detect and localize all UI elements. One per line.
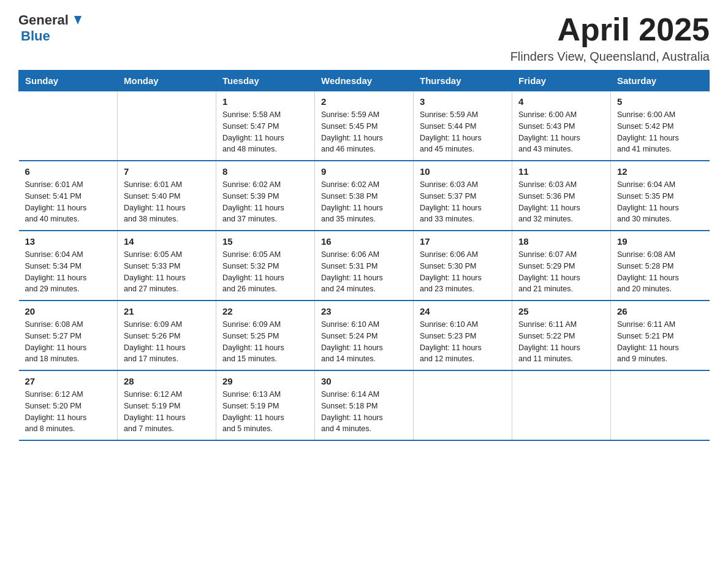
- page-header: General Blue April 2025 Flinders View, Q…: [18, 12, 710, 64]
- day-number: 1: [222, 96, 308, 107]
- day-info: Sunrise: 5:58 AM Sunset: 5:47 PM Dayligh…: [222, 109, 308, 155]
- calendar-cell: 15Sunrise: 6:05 AM Sunset: 5:32 PM Dayli…: [216, 231, 315, 301]
- header-right: April 2025 Flinders View, Queensland, Au…: [510, 12, 710, 64]
- calendar-header: SundayMondayTuesdayWednesdayThursdayFrid…: [19, 71, 710, 91]
- day-number: 11: [518, 166, 604, 177]
- calendar-cell: 17Sunrise: 6:06 AM Sunset: 5:30 PM Dayli…: [414, 231, 512, 301]
- day-info: Sunrise: 6:10 AM Sunset: 5:23 PM Dayligh…: [420, 319, 506, 365]
- calendar-cell: 7Sunrise: 6:01 AM Sunset: 5:40 PM Daylig…: [118, 161, 216, 231]
- calendar-cell: 27Sunrise: 6:12 AM Sunset: 5:20 PM Dayli…: [19, 370, 118, 440]
- calendar-cell: 10Sunrise: 6:03 AM Sunset: 5:37 PM Dayli…: [414, 161, 512, 231]
- day-number: 16: [321, 236, 407, 247]
- calendar-week-row: 6Sunrise: 6:01 AM Sunset: 5:41 PM Daylig…: [19, 161, 710, 231]
- day-number: 27: [25, 376, 112, 386]
- logo-blue-text: Blue: [21, 28, 50, 44]
- calendar-week-row: 20Sunrise: 6:08 AM Sunset: 5:27 PM Dayli…: [19, 301, 710, 370]
- calendar-cell: 20Sunrise: 6:08 AM Sunset: 5:27 PM Dayli…: [19, 301, 118, 370]
- day-info: Sunrise: 6:05 AM Sunset: 5:32 PM Dayligh…: [222, 249, 308, 295]
- weekday-header-monday: Monday: [118, 71, 216, 91]
- day-number: 10: [420, 166, 506, 177]
- day-number: 12: [617, 166, 703, 177]
- weekday-header-thursday: Thursday: [414, 71, 512, 91]
- day-info: Sunrise: 6:12 AM Sunset: 5:19 PM Dayligh…: [124, 389, 210, 435]
- day-number: 2: [321, 96, 407, 107]
- calendar-week-row: 13Sunrise: 6:04 AM Sunset: 5:34 PM Dayli…: [19, 231, 710, 301]
- calendar-cell: 8Sunrise: 6:02 AM Sunset: 5:39 PM Daylig…: [216, 161, 315, 231]
- calendar-cell: 26Sunrise: 6:11 AM Sunset: 5:21 PM Dayli…: [611, 301, 710, 370]
- day-number: 5: [617, 96, 703, 107]
- calendar-cell: 16Sunrise: 6:06 AM Sunset: 5:31 PM Dayli…: [315, 231, 414, 301]
- logo-general-text: General: [18, 12, 69, 28]
- calendar-cell: 22Sunrise: 6:09 AM Sunset: 5:25 PM Dayli…: [216, 301, 315, 370]
- day-info: Sunrise: 6:00 AM Sunset: 5:43 PM Dayligh…: [518, 109, 604, 155]
- day-info: Sunrise: 6:04 AM Sunset: 5:34 PM Dayligh…: [25, 249, 112, 295]
- calendar-cell: [19, 91, 118, 161]
- calendar-cell: 2Sunrise: 5:59 AM Sunset: 5:45 PM Daylig…: [315, 91, 414, 161]
- day-info: Sunrise: 6:14 AM Sunset: 5:18 PM Dayligh…: [321, 389, 407, 435]
- day-number: 30: [321, 376, 407, 386]
- day-info: Sunrise: 6:11 AM Sunset: 5:21 PM Dayligh…: [617, 319, 703, 365]
- calendar-cell: 1Sunrise: 5:58 AM Sunset: 5:47 PM Daylig…: [216, 91, 315, 161]
- calendar-cell: 19Sunrise: 6:08 AM Sunset: 5:28 PM Dayli…: [611, 231, 710, 301]
- day-info: Sunrise: 6:12 AM Sunset: 5:20 PM Dayligh…: [25, 389, 112, 435]
- calendar-cell: 24Sunrise: 6:10 AM Sunset: 5:23 PM Dayli…: [414, 301, 512, 370]
- calendar-cell: 29Sunrise: 6:13 AM Sunset: 5:19 PM Dayli…: [216, 370, 315, 440]
- day-number: 9: [321, 166, 407, 177]
- calendar-cell: 14Sunrise: 6:05 AM Sunset: 5:33 PM Dayli…: [118, 231, 216, 301]
- logo: General Blue: [18, 12, 85, 44]
- day-number: 7: [124, 166, 210, 177]
- calendar-cell: 28Sunrise: 6:12 AM Sunset: 5:19 PM Dayli…: [118, 370, 216, 440]
- calendar-week-row: 1Sunrise: 5:58 AM Sunset: 5:47 PM Daylig…: [19, 91, 710, 161]
- calendar-cell: 4Sunrise: 6:00 AM Sunset: 5:43 PM Daylig…: [512, 91, 611, 161]
- day-info: Sunrise: 6:03 AM Sunset: 5:37 PM Dayligh…: [420, 179, 506, 225]
- weekday-header-tuesday: Tuesday: [216, 71, 315, 91]
- calendar-cell: [118, 91, 216, 161]
- day-info: Sunrise: 5:59 AM Sunset: 5:44 PM Dayligh…: [420, 109, 506, 155]
- day-info: Sunrise: 6:13 AM Sunset: 5:19 PM Dayligh…: [222, 389, 308, 435]
- day-info: Sunrise: 6:05 AM Sunset: 5:33 PM Dayligh…: [124, 249, 210, 295]
- calendar-cell: 30Sunrise: 6:14 AM Sunset: 5:18 PM Dayli…: [315, 370, 414, 440]
- day-info: Sunrise: 6:02 AM Sunset: 5:39 PM Dayligh…: [222, 179, 308, 225]
- day-info: Sunrise: 6:06 AM Sunset: 5:30 PM Dayligh…: [420, 249, 506, 295]
- day-info: Sunrise: 6:03 AM Sunset: 5:36 PM Dayligh…: [518, 179, 604, 225]
- calendar-cell: 12Sunrise: 6:04 AM Sunset: 5:35 PM Dayli…: [611, 161, 710, 231]
- calendar-table: SundayMondayTuesdayWednesdayThursdayFrid…: [18, 70, 710, 441]
- weekday-header-row: SundayMondayTuesdayWednesdayThursdayFrid…: [19, 71, 710, 91]
- weekday-header-wednesday: Wednesday: [315, 71, 414, 91]
- day-info: Sunrise: 6:01 AM Sunset: 5:41 PM Dayligh…: [25, 179, 112, 225]
- calendar-cell: 18Sunrise: 6:07 AM Sunset: 5:29 PM Dayli…: [512, 231, 611, 301]
- day-number: 26: [617, 306, 703, 316]
- day-info: Sunrise: 6:02 AM Sunset: 5:38 PM Dayligh…: [321, 179, 407, 225]
- calendar-cell: [414, 370, 512, 440]
- weekday-header-friday: Friday: [512, 71, 611, 91]
- calendar-cell: 3Sunrise: 5:59 AM Sunset: 5:44 PM Daylig…: [414, 91, 512, 161]
- month-title: April 2025: [510, 12, 710, 47]
- day-number: 6: [25, 166, 112, 177]
- calendar-week-row: 27Sunrise: 6:12 AM Sunset: 5:20 PM Dayli…: [19, 370, 710, 440]
- day-number: 25: [518, 306, 604, 316]
- calendar-cell: 9Sunrise: 6:02 AM Sunset: 5:38 PM Daylig…: [315, 161, 414, 231]
- calendar-cell: 6Sunrise: 6:01 AM Sunset: 5:41 PM Daylig…: [19, 161, 118, 231]
- day-info: Sunrise: 6:07 AM Sunset: 5:29 PM Dayligh…: [518, 249, 604, 295]
- day-number: 24: [420, 306, 506, 316]
- calendar-cell: [512, 370, 611, 440]
- day-number: 20: [25, 306, 112, 316]
- calendar-cell: [611, 370, 710, 440]
- day-info: Sunrise: 6:09 AM Sunset: 5:25 PM Dayligh…: [222, 319, 308, 365]
- day-number: 4: [518, 96, 604, 107]
- calendar-body: 1Sunrise: 5:58 AM Sunset: 5:47 PM Daylig…: [19, 91, 710, 441]
- day-info: Sunrise: 6:06 AM Sunset: 5:31 PM Dayligh…: [321, 249, 407, 295]
- calendar-cell: 21Sunrise: 6:09 AM Sunset: 5:26 PM Dayli…: [118, 301, 216, 370]
- calendar-cell: 23Sunrise: 6:10 AM Sunset: 5:24 PM Dayli…: [315, 301, 414, 370]
- location-text: Flinders View, Queensland, Australia: [510, 50, 710, 64]
- day-info: Sunrise: 6:10 AM Sunset: 5:24 PM Dayligh…: [321, 319, 407, 365]
- day-info: Sunrise: 6:08 AM Sunset: 5:27 PM Dayligh…: [25, 319, 112, 365]
- day-info: Sunrise: 6:00 AM Sunset: 5:42 PM Dayligh…: [617, 109, 703, 155]
- day-number: 3: [420, 96, 506, 107]
- day-number: 18: [518, 236, 604, 247]
- day-info: Sunrise: 6:11 AM Sunset: 5:22 PM Dayligh…: [518, 319, 604, 365]
- day-number: 14: [124, 236, 210, 247]
- calendar-cell: 13Sunrise: 6:04 AM Sunset: 5:34 PM Dayli…: [19, 231, 118, 301]
- day-number: 23: [321, 306, 407, 316]
- day-number: 28: [124, 376, 210, 386]
